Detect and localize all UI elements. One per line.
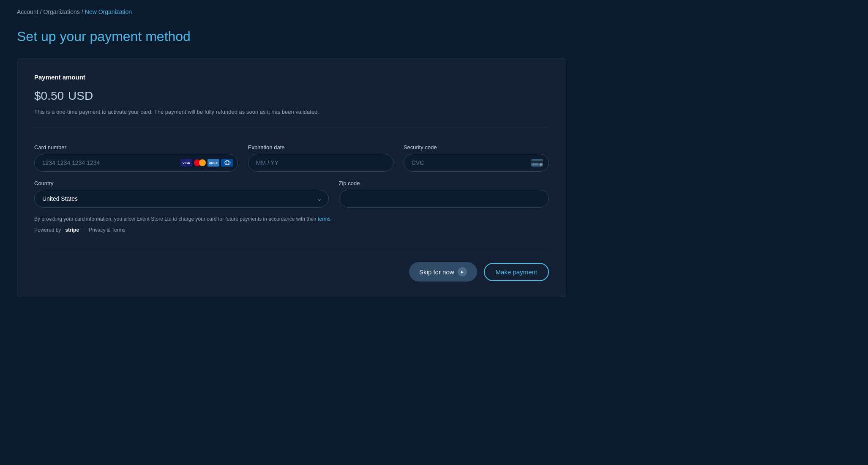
country-select-wrapper: United States United Kingdom Canada Aust… [34, 190, 329, 208]
stripe-brand: stripe [65, 227, 79, 233]
zip-group: Zip code 37615 [339, 180, 549, 208]
consent-text: By providing your card information, you … [34, 216, 549, 222]
svg-rect-5 [532, 164, 538, 165]
payment-amount-value: $0.50 USD [34, 86, 549, 104]
country-group: Country United States United Kingdom Can… [34, 180, 329, 208]
skip-label: Skip for now [419, 268, 454, 276]
zip-input[interactable]: 37615 [339, 190, 549, 208]
security-group: Security code 19 [404, 144, 549, 172]
page-title: Set up your payment method [17, 29, 851, 44]
card-number-label: Card number [34, 144, 238, 150]
visa-icon: VISA [180, 159, 192, 167]
security-input[interactable] [404, 154, 549, 172]
payment-card: Payment amount $0.50 USD This is a one-t… [17, 58, 566, 297]
amex-icon: AMEX [207, 159, 219, 167]
breadcrumb-organizations: Organizations [43, 8, 79, 15]
breadcrumb-sep2: / [82, 8, 83, 15]
terms-link[interactable]: terms [318, 216, 330, 222]
skip-button[interactable]: Skip for now ▸ [409, 262, 477, 282]
breadcrumb-sep1: / [40, 8, 42, 15]
form-row-1: Card number VISA AMEX [34, 144, 549, 172]
payment-note: This is a one-time payment to activate y… [34, 109, 549, 115]
country-label: Country [34, 180, 329, 186]
expiration-input[interactable] [248, 154, 393, 172]
arrow-right-icon: ▸ [458, 267, 467, 276]
svg-rect-4 [531, 161, 543, 163]
cvc-card-icon: 19 [531, 159, 543, 167]
action-row: Skip for now ▸ Make payment [34, 262, 549, 282]
breadcrumb-current: New Organization [85, 8, 132, 15]
expiration-group: Expiration date [248, 144, 393, 172]
breadcrumb: Account / Organizations / New Organizati… [17, 8, 851, 15]
expiration-label: Expiration date [248, 144, 393, 150]
payment-amount-label: Payment amount [34, 74, 549, 81]
zip-label: Zip code [339, 180, 549, 186]
mastercard-icon [194, 159, 206, 167]
card-input-wrapper: VISA AMEX [34, 154, 238, 172]
privacy-terms-link[interactable]: Privacy & Terms [89, 227, 125, 233]
form-row-2: Country United States United Kingdom Can… [34, 180, 549, 208]
security-label: Security code [404, 144, 549, 150]
svg-rect-0 [221, 159, 233, 167]
payment-currency: USD [68, 89, 93, 102]
payment-form: Card number VISA AMEX [34, 137, 549, 240]
breadcrumb-account: Account [17, 8, 38, 15]
card-icons: VISA AMEX [180, 159, 233, 167]
cvc-wrapper: 19 [404, 154, 549, 172]
country-select[interactable]: United States United Kingdom Canada Aust… [34, 190, 329, 208]
card-number-group: Card number VISA AMEX [34, 144, 238, 172]
powered-by: Powered by stripe | Privacy & Terms [34, 227, 549, 233]
diners-icon [221, 159, 233, 167]
make-payment-button[interactable]: Make payment [484, 263, 549, 281]
payment-amount-number: $0.50 [34, 89, 64, 102]
svg-text:19: 19 [540, 164, 542, 166]
divider-bottom [34, 250, 549, 250]
divider-top [34, 127, 549, 127]
